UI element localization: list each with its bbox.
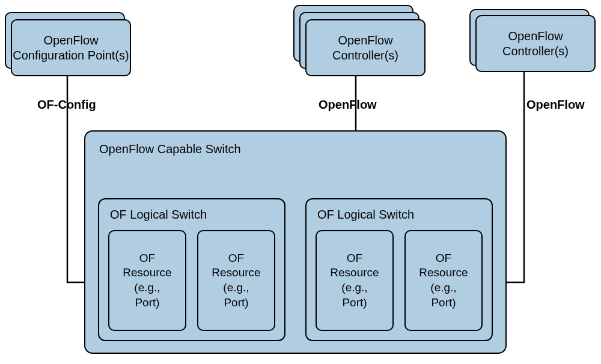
controller-mid-node: OpenFlow Controller(s) <box>305 19 426 76</box>
resource-box-4: OF Resource (e.g., Port) <box>404 230 483 331</box>
edge-label-openflow-mid: OpenFlow <box>319 98 377 112</box>
resource-box-2: OF Resource (e.g., Port) <box>197 230 275 331</box>
res2-l2: Resource <box>212 265 260 281</box>
res2-l3: (e.g., <box>223 281 249 296</box>
res1-l4: Port) <box>135 296 159 311</box>
config-point-node: OpenFlow Configuration Point(s) <box>11 19 131 76</box>
controller-mid-line2: Controller(s) <box>332 48 398 63</box>
res3-l2: Resource <box>330 265 379 281</box>
res4-l1: OF <box>436 251 451 266</box>
logical-switch-right-title: OF Logical Switch <box>317 208 414 222</box>
controller-right-node: OpenFlow Controller(s) <box>475 15 596 72</box>
edge-label-openflow-right: OpenFlow <box>526 98 585 112</box>
controller-right-line1: OpenFlow <box>508 29 563 44</box>
controller-mid-line1: OpenFlow <box>338 33 392 48</box>
res3-l3: (e.g., <box>341 281 367 296</box>
resource-box-1: OF Resource (e.g., Port) <box>108 230 186 331</box>
res1-l2: Resource <box>123 265 171 281</box>
resource-box-3: OF Resource (e.g., Port) <box>316 230 394 331</box>
edge-label-ofconfig: OF-Config <box>37 98 96 112</box>
controller-right-line2: Controller(s) <box>502 44 569 59</box>
res4-l4: Port) <box>431 296 456 311</box>
res4-l3: (e.g., <box>430 281 456 296</box>
res1-l1: OF <box>139 251 155 266</box>
res4-l2: Resource <box>419 265 468 281</box>
res2-l4: Port) <box>224 296 248 311</box>
config-point-line1: OpenFlow <box>43 33 98 48</box>
res1-l3: (e.g., <box>134 281 160 296</box>
capable-switch-title: OpenFlow Capable Switch <box>99 142 241 156</box>
config-point-line2: Configuration Point(s) <box>13 48 129 63</box>
res3-l1: OF <box>347 251 362 266</box>
res2-l1: OF <box>228 251 244 266</box>
res3-l4: Port) <box>342 296 367 311</box>
logical-switch-left-title: OF Logical Switch <box>110 208 207 222</box>
